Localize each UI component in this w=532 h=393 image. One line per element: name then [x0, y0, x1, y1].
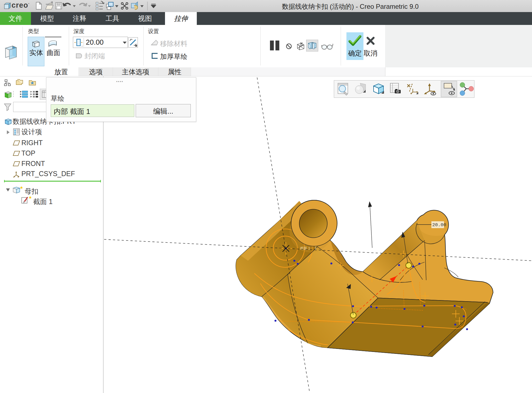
svg-text:20.00: 20.00 — [432, 222, 446, 228]
svg-text:截面 1: 截面 1 — [300, 246, 310, 250]
